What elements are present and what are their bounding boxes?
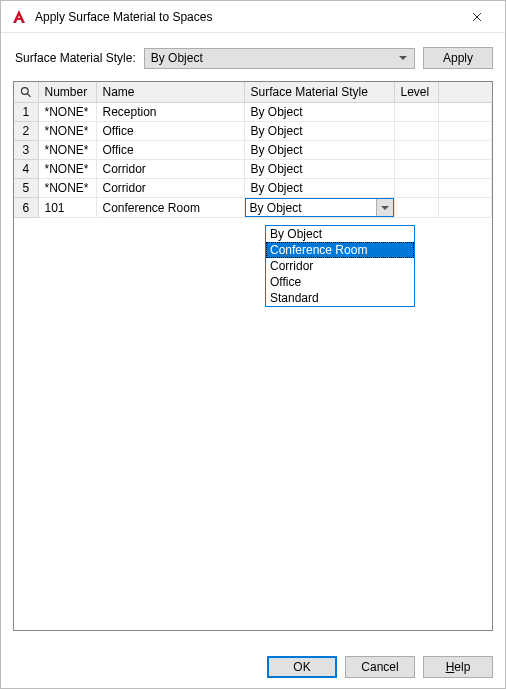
cell-name[interactable]: Reception: [96, 103, 244, 122]
cell-style-editing[interactable]: By Object: [244, 198, 394, 218]
col-number[interactable]: Number: [38, 82, 96, 103]
chevron-down-icon[interactable]: [376, 199, 393, 216]
row-index: 1: [14, 103, 38, 122]
surface-material-style-combo[interactable]: By Object: [144, 48, 415, 69]
cell-level[interactable]: [394, 141, 438, 160]
cell-name[interactable]: Office: [96, 122, 244, 141]
dropdown-option[interactable]: By Object: [266, 226, 414, 242]
dropdown-option[interactable]: Office: [266, 274, 414, 290]
cell-number[interactable]: *NONE*: [38, 103, 96, 122]
style-dropdown-list[interactable]: By Object Conference Room Corridor Offic…: [265, 225, 415, 307]
search-column-header[interactable]: [14, 82, 38, 103]
cell-number[interactable]: 101: [38, 198, 96, 218]
ok-button[interactable]: OK: [267, 656, 337, 678]
col-level[interactable]: Level: [394, 82, 438, 103]
spaces-grid[interactable]: Number Name Surface Material Style Level…: [13, 81, 493, 631]
titlebar: Apply Surface Material to Spaces: [1, 1, 505, 33]
table-row[interactable]: 6 101 Conference Room By Object: [14, 198, 492, 218]
cell-name[interactable]: Corridor: [96, 179, 244, 198]
table-row[interactable]: 1 *NONE* Reception By Object: [14, 103, 492, 122]
row-index: 3: [14, 141, 38, 160]
close-button[interactable]: [457, 3, 497, 31]
row-index: 4: [14, 160, 38, 179]
svg-point-0: [21, 88, 28, 95]
cell-style[interactable]: By Object: [244, 103, 394, 122]
cell-style[interactable]: By Object: [244, 122, 394, 141]
table-row[interactable]: 2 *NONE* Office By Object: [14, 122, 492, 141]
cell-number[interactable]: *NONE*: [38, 122, 96, 141]
apply-button[interactable]: Apply: [423, 47, 493, 69]
cell-style[interactable]: By Object: [244, 141, 394, 160]
dropdown-option[interactable]: Standard: [266, 290, 414, 306]
row-index: 5: [14, 179, 38, 198]
cell-name[interactable]: Office: [96, 141, 244, 160]
cell-level[interactable]: [394, 160, 438, 179]
table-row[interactable]: 3 *NONE* Office By Object: [14, 141, 492, 160]
window-title: Apply Surface Material to Spaces: [35, 10, 457, 24]
col-name[interactable]: Name: [96, 82, 244, 103]
svg-line-1: [27, 94, 30, 97]
table-row[interactable]: 4 *NONE* Corridor By Object: [14, 160, 492, 179]
cell-style-value: By Object: [250, 201, 376, 215]
cell-number[interactable]: *NONE*: [38, 179, 96, 198]
dialog-footer: OK Cancel Help: [1, 646, 505, 688]
cell-level[interactable]: [394, 103, 438, 122]
style-label: Surface Material Style:: [15, 51, 136, 65]
table-row[interactable]: 5 *NONE* Corridor By Object: [14, 179, 492, 198]
cell-number[interactable]: *NONE*: [38, 141, 96, 160]
cancel-button[interactable]: Cancel: [345, 656, 415, 678]
cell-name[interactable]: Conference Room: [96, 198, 244, 218]
chevron-down-icon: [396, 56, 410, 60]
help-button[interactable]: Help: [423, 656, 493, 678]
row-index: 2: [14, 122, 38, 141]
help-label: Help: [446, 660, 471, 674]
col-pad: [438, 82, 492, 103]
col-style[interactable]: Surface Material Style: [244, 82, 394, 103]
cell-number[interactable]: *NONE*: [38, 160, 96, 179]
cell-style[interactable]: By Object: [244, 160, 394, 179]
cell-level[interactable]: [394, 179, 438, 198]
search-icon: [20, 86, 32, 98]
toolbar: Surface Material Style: By Object Apply: [1, 33, 505, 81]
cell-level[interactable]: [394, 198, 438, 218]
cell-name[interactable]: Corridor: [96, 160, 244, 179]
cell-level[interactable]: [394, 122, 438, 141]
row-index: 6: [14, 198, 38, 218]
cell-style[interactable]: By Object: [244, 179, 394, 198]
dropdown-option-selected[interactable]: Conference Room: [266, 242, 414, 258]
combo-value: By Object: [151, 51, 396, 65]
app-logo-icon: [11, 9, 27, 25]
dropdown-option[interactable]: Corridor: [266, 258, 414, 274]
grid-header-row: Number Name Surface Material Style Level: [14, 82, 492, 103]
